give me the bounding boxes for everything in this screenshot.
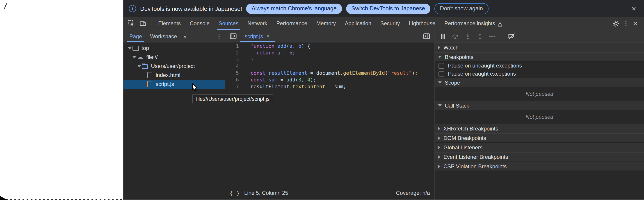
section-xhr-fetch-breakpoints[interactable]: XHR/fetch Breakpoints (435, 124, 644, 133)
switch-japanese-button[interactable]: Switch DevTools to Japanese (346, 3, 430, 14)
section-dom-breakpoints[interactable]: DOM Breakpoints (435, 133, 644, 143)
tab-console[interactable]: Console (185, 17, 214, 30)
info-icon: i (129, 5, 136, 12)
tab-application[interactable]: Application (340, 17, 376, 30)
close-devtools-icon[interactable]: ✕ (630, 20, 640, 27)
section-label: DOM Breakpoints (444, 135, 486, 141)
code-content: function add(a, b) { return a + b;}const… (242, 43, 418, 187)
editor-tab-label: script.js (245, 33, 263, 39)
section-label: Scope (445, 79, 460, 86)
navigator-tabbar: Page Workspace » (124, 30, 225, 43)
debugger-sidebar: WatchBreakpointsPause on uncaught except… (435, 30, 644, 199)
line-number[interactable]: 5 (225, 70, 239, 76)
tab-label: Lighthouse (409, 20, 435, 26)
editor-pane: script.js ✕ 1234567 function add(a, (225, 30, 435, 199)
match-language-button[interactable]: Always match Chrome's language (246, 3, 342, 14)
tree-item-index-html[interactable]: index.html (124, 71, 225, 80)
step-over-icon[interactable] (452, 33, 459, 39)
tab-workspace[interactable]: Workspace (146, 30, 181, 42)
expand-arrow-icon (438, 46, 440, 49)
section-label: Breakpoints (445, 54, 474, 60)
browser-page: 7 (0, 0, 123, 200)
not-paused-message: Not paused (435, 87, 644, 101)
tree-item-top[interactable]: top (124, 44, 225, 53)
cursor-position-text: Line 5, Column 25 (244, 190, 288, 196)
editor-tabbar: script.js ✕ (225, 30, 434, 43)
line-number[interactable]: 6 (225, 76, 239, 83)
section-event-listener-breakpoints[interactable]: Event Listener Breakpoints (435, 152, 644, 162)
more-options-icon[interactable] (622, 21, 630, 26)
tab-network[interactable]: Network (243, 17, 272, 30)
tree-item-users-user-project[interactable]: Users/user/project (124, 62, 225, 71)
devtools-toolbar: ElementsConsoleSourcesNetworkPerformance… (124, 17, 644, 30)
expand-arrow-icon (438, 146, 440, 149)
row-pause-on-uncaught-exceptions: Pause on uncaught exceptions (435, 62, 644, 70)
pretty-print-icon[interactable]: { } (230, 190, 240, 196)
section-csp-violation-breakpoints[interactable]: CSP Violation Breakpoints (435, 162, 644, 171)
step-into-icon[interactable] (465, 33, 471, 39)
editor-tab-close-icon[interactable]: ✕ (266, 33, 270, 39)
more-tabs-icon[interactable]: » (181, 33, 188, 39)
line-number-gutter[interactable]: 1234567 (225, 43, 242, 187)
section-watch[interactable]: Watch (435, 43, 644, 52)
toggle-debugger-sidebar-icon[interactable] (421, 33, 432, 39)
step-icon[interactable] (489, 33, 496, 39)
dont-show-again-button[interactable]: Don't show again (434, 3, 488, 14)
line-number[interactable]: 1 (225, 43, 239, 49)
expand-arrow-icon[interactable] (136, 65, 142, 67)
tab-page[interactable]: Page (125, 30, 146, 42)
tab-label: Performance insights (444, 20, 495, 26)
tab-label: Console (190, 20, 210, 26)
collapse-arrow-icon (438, 104, 442, 107)
tab-memory[interactable]: Memory (312, 17, 340, 30)
step-out-icon[interactable] (477, 33, 483, 39)
section-label: Call Stack (445, 102, 469, 109)
expand-arrow-icon[interactable] (127, 47, 132, 49)
section-breakpoints[interactable]: Breakpoints (435, 52, 644, 62)
infobar-close-icon[interactable]: ✕ (629, 4, 638, 13)
checkbox[interactable] (438, 71, 444, 77)
tab-elements[interactable]: Elements (154, 17, 185, 30)
checkbox[interactable] (438, 63, 444, 69)
pause-icon[interactable] (440, 33, 446, 39)
line-number[interactable]: 3 (225, 56, 239, 63)
tab-sources[interactable]: Sources (214, 17, 243, 30)
code-line: function add(a, b) { (250, 43, 418, 49)
toggle-navigator-icon[interactable] (228, 33, 238, 39)
navigator-pane: Page Workspace » top☁file://Users/user/p… (124, 30, 225, 199)
code-line: resultElement.textContent = sum; (250, 83, 418, 90)
checkbox-label: Pause on caught exceptions (448, 71, 516, 77)
inspect-icon[interactable] (125, 17, 137, 30)
file-tree: top☁file://Users/user/projectindex.htmls… (124, 43, 225, 199)
editor-tab-scriptjs[interactable]: script.js ✕ (240, 30, 275, 42)
line-number[interactable]: 4 (225, 63, 239, 70)
section-label: XHR/fetch Breakpoints (444, 125, 498, 132)
line-number[interactable]: 2 (225, 49, 239, 56)
deactivate-breakpoints-icon[interactable] (508, 33, 516, 40)
navigator-more-options-icon[interactable] (215, 34, 223, 39)
expand-arrow-icon (438, 136, 440, 140)
tab-performance[interactable]: Performance (272, 17, 312, 30)
code-editor[interactable]: 1234567 function add(a, b) { return a + … (225, 43, 434, 187)
settings-gear-icon[interactable] (610, 20, 622, 27)
file-js-icon (146, 81, 153, 87)
tree-item-label: index.html (156, 72, 180, 78)
tab-lighthouse[interactable]: Lighthouse (404, 17, 440, 30)
section-call-stack[interactable]: Call Stack (435, 101, 644, 110)
expand-arrow-icon[interactable] (132, 56, 137, 58)
tree-item-label: top (142, 45, 149, 51)
tab-performance-insights[interactable]: Performance insights (440, 17, 507, 30)
section-label: CSP Violation Breakpoints (444, 163, 507, 169)
tree-item-file-[interactable]: ☁file:// (124, 53, 225, 62)
section-global-listeners[interactable]: Global Listeners (435, 143, 644, 152)
tab-security[interactable]: Security (376, 17, 404, 30)
code-line: } (250, 56, 418, 63)
section-scope[interactable]: Scope (435, 78, 644, 87)
file-html-icon (146, 72, 153, 78)
section-label: Watch (444, 44, 458, 51)
line-number[interactable]: 7 (225, 83, 239, 90)
device-toolbar-icon[interactable] (137, 17, 149, 30)
row-pause-on-caught-exceptions: Pause on caught exceptions (435, 70, 644, 78)
tree-item-script-js[interactable]: script.js (124, 80, 225, 89)
debugger-sections: WatchBreakpointsPause on uncaught except… (435, 43, 644, 199)
